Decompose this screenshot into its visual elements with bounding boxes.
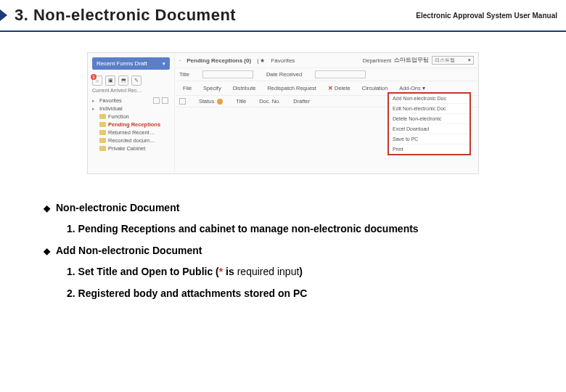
filter-date-label: Date Received [266,71,302,78]
addons-item[interactable]: Edit Non-electronic Doc [389,104,469,114]
icon-tile[interactable]: ⬒ [118,75,128,86]
icon-tile[interactable]: 3○ [92,75,102,86]
body-line: 1. Pending Receptions and cabinet to man… [44,219,522,240]
title-input[interactable] [202,70,253,78]
section-heading: Add Non-electronic Document [44,240,522,261]
toolbar-specify[interactable]: Specify [200,83,225,93]
body-content: Non-electronic Document 1. Pending Recep… [0,174,566,304]
doc-title: Electronic Approval System User Manual [416,12,557,20]
arrived-label: Current Arrived Rec… [88,87,174,94]
favorites-link[interactable]: Favorites [271,57,295,64]
tree-function[interactable]: Function [92,113,170,121]
grid-icon[interactable] [153,97,160,104]
grid-icon[interactable] [162,97,168,104]
main-panel: ·Pending Receptions (0) | ★Favorites Dep… [175,53,478,173]
page-title: 3. Non-electronic Document [15,6,236,25]
tree-recorded[interactable]: Recorded docum… [92,136,170,144]
date-input[interactable] [315,70,366,78]
col-docno: Doc. No. [259,98,280,105]
tree-private-cabinet[interactable]: Private Cabinet [92,144,170,152]
toolbar-redispatch[interactable]: Redispatch Request [263,83,320,93]
addons-item[interactable]: Delete Non-electronic [389,114,469,124]
select-all-checkbox[interactable] [179,98,186,105]
toolbar-distribute[interactable]: Distribute [229,83,260,93]
addons-item[interactable]: Add Non-electronic Doc [389,94,469,104]
col-drafter: Drafter [293,98,310,105]
addons-item[interactable]: Print [389,144,469,154]
tree-returned[interactable]: Returned Recent… [92,128,170,136]
addons-menu: Add Non-electronic Doc Edit Non-electron… [387,92,471,155]
toolbar-delete[interactable]: ✕ Delete [324,83,354,93]
sidebar: Recent Forms Draft 3○ ▣ ⬒ ✎ Current Arri… [88,53,175,173]
col-status: Status [199,98,223,105]
body-line: 1. Set Title and Open to Public (* is re… [44,261,522,282]
view-dropdown[interactable]: 리스트형▾ [432,56,474,65]
col-title: Title [236,98,246,105]
addons-item[interactable]: Save to PC [389,134,469,144]
toolbar-file[interactable]: File [179,83,195,93]
tree-pending-receptions[interactable]: Pending Receptions [92,121,170,128]
page-header: 3. Non-electronic Document Electronic Ap… [0,0,566,32]
tree-favorites[interactable]: ▸Favorites [92,97,170,105]
toolbar-circulation[interactable]: Circulation [358,83,391,93]
tree-individual[interactable]: ▸Individual [92,105,170,113]
icon-tile[interactable]: ✎ [131,75,142,86]
embedded-screenshot: Recent Forms Draft 3○ ▣ ⬒ ✎ Current Arri… [87,52,479,174]
addons-item[interactable]: Excel Download [389,124,469,134]
body-line: 2. Registered body and attachments store… [44,283,522,304]
dept-label: Department [363,57,391,64]
section-heading: Non-electronic Document [44,197,522,219]
filter-title-label: Title [179,71,189,78]
pending-heading: Pending Receptions (0) [186,57,251,64]
recent-forms-button[interactable]: Recent Forms Draft [92,57,170,70]
icon-tile[interactable]: ▣ [105,75,115,86]
dept-value: 스마트업무팀 [394,57,429,64]
